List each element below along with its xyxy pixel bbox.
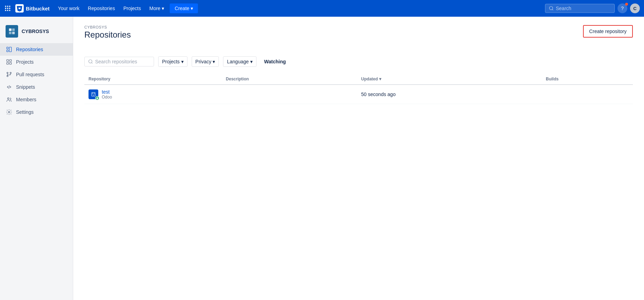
svg-point-20 bbox=[7, 72, 8, 74]
workspace-name: CYBROSYS bbox=[22, 29, 49, 34]
updated-sort-icon: ▾ bbox=[379, 77, 381, 81]
repo-builds-cell bbox=[542, 85, 633, 104]
page-title: Repositories bbox=[84, 30, 131, 40]
svg-rect-13 bbox=[7, 47, 8, 49]
watching-filter-button[interactable]: Watching bbox=[261, 57, 289, 66]
privacy-chevron-icon: ▾ bbox=[213, 59, 215, 64]
repositories-link[interactable]: Repositories bbox=[85, 4, 118, 13]
th-description: Description bbox=[222, 74, 357, 85]
sidebar-item-projects[interactable]: Projects bbox=[0, 56, 73, 68]
settings-icon bbox=[6, 109, 13, 116]
more-chevron-icon: ▾ bbox=[162, 6, 164, 11]
pull-requests-icon bbox=[6, 71, 13, 78]
sidebar-navigation: Repositories Projects bbox=[0, 43, 73, 118]
svg-rect-19 bbox=[10, 63, 12, 64]
sidebar-item-members[interactable]: Members bbox=[0, 93, 73, 106]
projects-icon bbox=[6, 58, 13, 65]
svg-rect-18 bbox=[7, 63, 8, 64]
global-search-box[interactable] bbox=[545, 4, 615, 13]
svg-point-25 bbox=[97, 97, 98, 98]
repo-name-cell: test Odoo bbox=[84, 85, 222, 104]
svg-rect-15 bbox=[9, 47, 12, 52]
privacy-filter-button[interactable]: Privacy ▾ bbox=[192, 56, 219, 67]
page-header: CYBROSYS Repositories bbox=[84, 25, 131, 48]
help-button[interactable]: ? bbox=[618, 3, 627, 13]
svg-point-24 bbox=[8, 111, 10, 113]
svg-rect-1 bbox=[7, 6, 8, 7]
grid-icon[interactable] bbox=[4, 5, 11, 12]
svg-rect-5 bbox=[9, 8, 10, 9]
th-builds: Builds bbox=[542, 74, 633, 85]
create-button[interactable]: Create ▾ bbox=[170, 3, 198, 13]
search-icon bbox=[549, 6, 554, 11]
sidebar-item-pull-requests[interactable]: Pull requests bbox=[0, 68, 73, 81]
svg-point-22 bbox=[10, 72, 12, 74]
projects-chevron-icon: ▾ bbox=[181, 59, 184, 64]
svg-rect-6 bbox=[5, 10, 6, 11]
sidebar-settings-label: Settings bbox=[16, 109, 34, 115]
sidebar-repositories-label: Repositories bbox=[16, 47, 43, 52]
search-repositories-box[interactable] bbox=[84, 57, 154, 66]
sidebar-item-snippets[interactable]: Snippets bbox=[0, 81, 73, 93]
topnav-right: ? C bbox=[545, 3, 640, 13]
sidebar-pull-requests-label: Pull requests bbox=[16, 72, 44, 77]
repo-avatar-badge bbox=[95, 96, 99, 100]
projects-link[interactable]: Projects bbox=[121, 4, 144, 13]
svg-rect-0 bbox=[5, 6, 6, 7]
table-row: test Odoo 50 seconds ago bbox=[84, 85, 633, 104]
th-updated[interactable]: Updated ▾ bbox=[357, 74, 542, 85]
sidebar-snippets-label: Snippets bbox=[16, 84, 35, 90]
page-header-row: CYBROSYS Repositories Create repository bbox=[84, 25, 633, 48]
repositories-table: Repository Description Updated ▾ Builds bbox=[84, 74, 633, 104]
snippets-icon bbox=[6, 84, 13, 90]
svg-rect-16 bbox=[7, 60, 8, 61]
repo-updated-cell: 50 seconds ago bbox=[357, 85, 542, 104]
svg-rect-3 bbox=[5, 8, 6, 9]
bitbucket-logo-icon bbox=[15, 4, 24, 13]
logo[interactable]: Bitbucket bbox=[15, 4, 49, 13]
language-chevron-icon: ▾ bbox=[250, 59, 253, 64]
repo-project: Odoo bbox=[102, 95, 112, 100]
svg-rect-11 bbox=[9, 32, 12, 34]
repo-name-info: test Odoo bbox=[102, 89, 112, 100]
your-work-link[interactable]: Your work bbox=[55, 4, 82, 13]
user-avatar-button[interactable]: C bbox=[630, 3, 640, 13]
members-icon bbox=[6, 96, 13, 103]
svg-rect-8 bbox=[9, 10, 10, 11]
svg-rect-17 bbox=[10, 60, 12, 61]
svg-rect-14 bbox=[7, 50, 8, 52]
projects-filter-button[interactable]: Projects ▾ bbox=[158, 56, 187, 67]
search-input[interactable] bbox=[556, 6, 608, 11]
svg-rect-2 bbox=[9, 6, 10, 7]
svg-rect-12 bbox=[12, 32, 15, 34]
main-content: CYBROSYS Repositories Create repository … bbox=[73, 17, 644, 300]
help-notification-badge bbox=[625, 3, 628, 6]
more-link[interactable]: More ▾ bbox=[147, 4, 167, 13]
create-repository-button[interactable]: Create repository bbox=[583, 25, 633, 38]
search-repos-icon bbox=[88, 59, 93, 64]
main-layout: CYBROSYS Repositories bbox=[0, 17, 644, 300]
top-navigation: Bitbucket Your work Repositories Project… bbox=[0, 0, 644, 17]
sidebar: CYBROSYS Repositories bbox=[0, 17, 73, 300]
search-repositories-input[interactable] bbox=[95, 59, 147, 64]
table-header: Repository Description Updated ▾ Builds bbox=[84, 74, 633, 85]
svg-point-23 bbox=[8, 98, 9, 100]
repo-name-link[interactable]: test bbox=[102, 89, 110, 95]
logo-text: Bitbucket bbox=[26, 6, 49, 11]
th-repository: Repository bbox=[84, 74, 222, 85]
repo-icon bbox=[89, 89, 98, 99]
svg-rect-7 bbox=[7, 10, 8, 11]
language-filter-button[interactable]: Language ▾ bbox=[223, 56, 256, 67]
create-chevron-icon: ▾ bbox=[191, 6, 193, 11]
table-body: test Odoo 50 seconds ago bbox=[84, 85, 633, 104]
svg-rect-4 bbox=[7, 8, 8, 9]
repo-description-cell bbox=[222, 85, 357, 104]
workspace-avatar bbox=[6, 25, 18, 38]
svg-rect-10 bbox=[12, 29, 15, 31]
workspace-breadcrumb: CYBROSYS bbox=[84, 25, 131, 29]
sidebar-members-label: Members bbox=[16, 97, 36, 102]
workspace-header: CYBROSYS bbox=[0, 22, 73, 43]
sidebar-item-settings[interactable]: Settings bbox=[0, 106, 73, 118]
sidebar-item-repositories[interactable]: Repositories bbox=[0, 43, 73, 56]
sidebar-projects-label: Projects bbox=[16, 59, 34, 65]
